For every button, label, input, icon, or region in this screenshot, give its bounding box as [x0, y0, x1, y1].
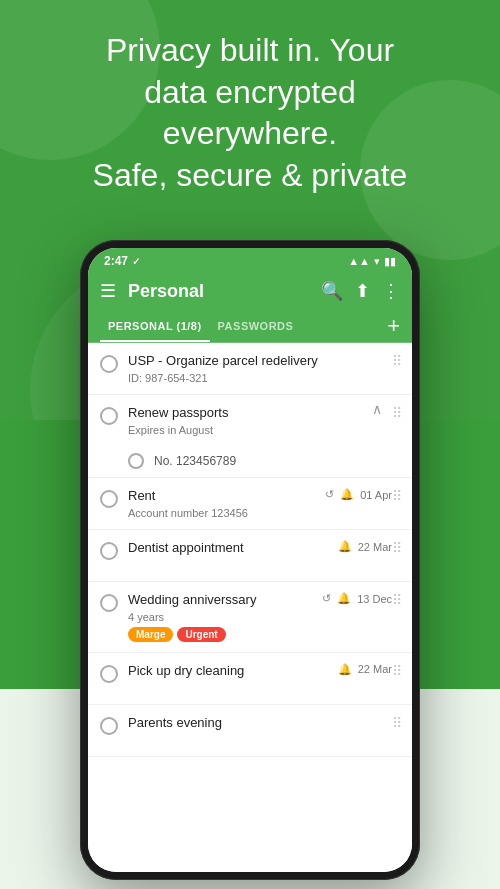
sub-checkbox[interactable] — [128, 453, 144, 469]
list-item[interactable]: Pick up dry cleaning 🔔22 Mar ⠿ — [88, 653, 412, 705]
hero-section: Privacy built in. Your data encrypted ev… — [0, 30, 500, 196]
list-item[interactable]: USP - Organize parcel redelivery ID: 987… — [88, 343, 412, 395]
repeat-icon: ↺ — [322, 592, 331, 605]
task-list: USP - Organize parcel redelivery ID: 987… — [88, 343, 412, 872]
item-date: 22 Mar — [358, 541, 392, 553]
more-icon[interactable]: ⋮ — [382, 280, 400, 302]
drag-handle-icon[interactable]: ⠿ — [392, 488, 402, 504]
item-title: Renew passports — [128, 405, 392, 422]
drag-handle-icon[interactable]: ⠿ — [392, 353, 402, 369]
item-content: Wedding anniverssary 4 years MargeUrgent — [128, 592, 316, 642]
item-content: Parents evening — [128, 715, 392, 732]
item-title: Pick up dry cleaning — [128, 663, 332, 680]
item-subtitle: ID: 987-654-321 — [128, 372, 392, 384]
repeat-icon: ↺ — [325, 488, 334, 501]
list-item[interactable]: Dentist appointment 🔔22 Mar ⠿ — [88, 530, 412, 582]
battery-icon: ▮▮ — [384, 255, 396, 268]
item-subtitle: 4 years — [128, 611, 316, 623]
item-meta: 🔔22 Mar — [338, 540, 392, 553]
collapse-icon[interactable]: ∧ — [372, 401, 382, 417]
item-content: Rent Account number 123456 — [128, 488, 319, 519]
hero-title: Privacy built in. Your data encrypted ev… — [0, 30, 500, 196]
share-icon[interactable]: ⬆ — [355, 280, 370, 302]
status-bar: 2:47 ✓ ▲▲ ▾ ▮▮ — [88, 248, 412, 272]
tab-bar: PERSONAL (1/8) PASSWORDS + — [88, 310, 412, 343]
phone-screen: 2:47 ✓ ▲▲ ▾ ▮▮ ☰ Personal 🔍 ⬆ ⋮ PERSONAL — [88, 248, 412, 872]
item-checkbox[interactable] — [100, 665, 118, 683]
drag-handle-icon[interactable]: ⠿ — [392, 663, 402, 679]
status-time: 2:47 ✓ — [104, 254, 140, 268]
item-content: USP - Organize parcel redelivery ID: 987… — [128, 353, 392, 384]
tag: Urgent — [177, 627, 225, 642]
item-content: Dentist appointment — [128, 540, 332, 557]
item-date: 22 Mar — [358, 663, 392, 675]
item-title: Wedding anniverssary — [128, 592, 316, 609]
list-item[interactable]: Wedding anniverssary 4 years MargeUrgent… — [88, 582, 412, 653]
sub-title: No. 123456789 — [154, 454, 236, 468]
signal-icon: ▲▲ — [348, 255, 370, 267]
add-tab-button[interactable]: + — [387, 315, 400, 337]
item-subtitle: Account number 123456 — [128, 507, 319, 519]
phone-outer: 2:47 ✓ ▲▲ ▾ ▮▮ ☰ Personal 🔍 ⬆ ⋮ PERSONAL — [80, 240, 420, 880]
item-meta: ↺🔔01 Apr — [325, 488, 392, 501]
list-item[interactable]: Rent Account number 123456 ↺🔔01 Apr ⠿ — [88, 478, 412, 530]
menu-icon[interactable]: ☰ — [100, 280, 116, 302]
tab-personal[interactable]: PERSONAL (1/8) — [100, 310, 210, 342]
list-item[interactable]: Renew passports Expires in August ∧ ⠿ — [88, 395, 412, 447]
bell-icon: 🔔 — [337, 592, 351, 605]
item-checkbox[interactable] — [100, 594, 118, 612]
item-checkbox[interactable] — [100, 542, 118, 560]
status-icons: ▲▲ ▾ ▮▮ — [348, 255, 396, 268]
item-title: Rent — [128, 488, 319, 505]
item-meta: 🔔22 Mar — [338, 663, 392, 676]
list-item[interactable]: Parents evening ⠿ — [88, 705, 412, 757]
drag-handle-icon[interactable]: ⠿ — [392, 540, 402, 556]
item-title: USP - Organize parcel redelivery — [128, 353, 392, 370]
item-title: Parents evening — [128, 715, 392, 732]
item-checkbox[interactable] — [100, 407, 118, 425]
item-checkbox[interactable] — [100, 717, 118, 735]
item-content: Renew passports Expires in August — [128, 405, 392, 436]
item-checkbox[interactable] — [100, 355, 118, 373]
sub-list-item[interactable]: No. 123456789 — [88, 447, 412, 478]
bell-icon: 🔔 — [338, 663, 352, 676]
item-checkbox[interactable] — [100, 490, 118, 508]
tag: Marge — [128, 627, 173, 642]
item-content: Pick up dry cleaning — [128, 663, 332, 680]
search-icon[interactable]: 🔍 — [321, 280, 343, 302]
bell-icon: 🔔 — [340, 488, 354, 501]
drag-handle-icon[interactable]: ⠿ — [392, 592, 402, 608]
item-meta: ↺🔔13 Dec — [322, 592, 392, 605]
bell-icon: 🔔 — [338, 540, 352, 553]
item-date: 01 Apr — [360, 489, 392, 501]
item-title: Dentist appointment — [128, 540, 332, 557]
item-subtitle: Expires in August — [128, 424, 392, 436]
item-date: 13 Dec — [357, 593, 392, 605]
drag-handle-icon[interactable]: ⠿ — [392, 405, 402, 421]
phone-mockup: 2:47 ✓ ▲▲ ▾ ▮▮ ☰ Personal 🔍 ⬆ ⋮ PERSONAL — [80, 240, 420, 880]
wifi-icon: ▾ — [374, 255, 380, 268]
drag-handle-icon[interactable]: ⠿ — [392, 715, 402, 731]
tab-passwords[interactable]: PASSWORDS — [210, 310, 302, 342]
toolbar-title: Personal — [128, 281, 309, 302]
app-toolbar: ☰ Personal 🔍 ⬆ ⋮ — [88, 272, 412, 310]
